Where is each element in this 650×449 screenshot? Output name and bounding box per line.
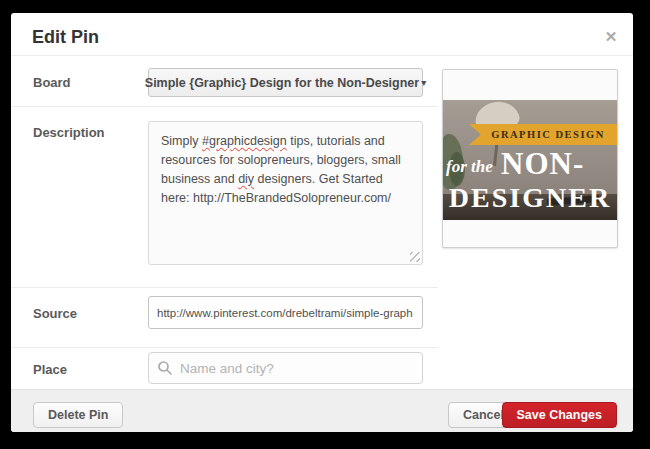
board-dropdown[interactable]: Simple {Graphic} Design for the Non-Desi… [148, 68, 423, 97]
delete-pin-button[interactable]: Delete Pin [33, 402, 123, 428]
save-changes-button[interactable]: Save Changes [502, 402, 617, 428]
description-text: Simply [161, 134, 202, 148]
place-field-wrap [148, 352, 423, 384]
board-label: Board [33, 75, 71, 90]
board-dropdown-value: Simple {Graphic} Design for the Non-Desi… [145, 76, 419, 90]
pin-image-title-line2: DESIGNER [443, 182, 617, 214]
place-input[interactable] [148, 352, 423, 384]
pin-preview-card: GRAPHIC DESIGN for the NON- DESIGNER [442, 69, 618, 248]
close-icon: ✕ [605, 28, 618, 45]
misspelled-word: #graphicdesign [202, 134, 287, 148]
place-label: Place [33, 362, 67, 377]
edit-pin-dialog: Edit Pin ✕ Board Simple {Graphic} Design… [11, 13, 633, 432]
source-input[interactable] [148, 296, 423, 329]
pin-image-script-text: for the [446, 157, 493, 177]
row-divider [11, 347, 438, 348]
pin-image-title-line1: NON- [501, 146, 584, 182]
description-label: Description [33, 125, 105, 140]
close-button[interactable]: ✕ [599, 25, 623, 49]
row-divider [11, 287, 438, 288]
misspelled-word: diy [238, 172, 254, 186]
pin-image: GRAPHIC DESIGN for the NON- DESIGNER [443, 100, 617, 220]
resize-grip-icon[interactable] [410, 252, 420, 262]
source-label: Source [33, 306, 77, 321]
header-divider [11, 55, 633, 56]
dialog-footer: Delete Pin Cancel Save Changes [11, 389, 633, 432]
chevron-down-icon: ▾ [421, 77, 426, 88]
pin-image-ribbon: GRAPHIC DESIGN [469, 124, 617, 145]
page-title: Edit Pin [32, 27, 99, 48]
row-divider [11, 106, 438, 107]
description-textarea[interactable]: Simply #graphicdesign tips, tutorials an… [148, 121, 423, 265]
